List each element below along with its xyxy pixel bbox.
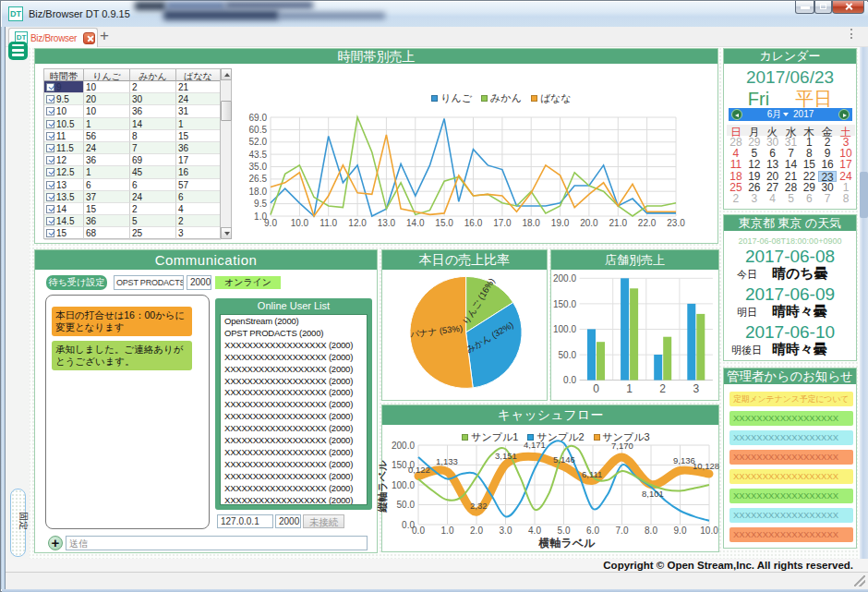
svg-text:3,151: 3,151	[495, 451, 517, 461]
svg-text:8,101: 8,101	[642, 489, 664, 499]
svg-text:4,171: 4,171	[524, 440, 546, 450]
svg-text:2,32: 2,32	[470, 501, 488, 511]
svg-text:5,146: 5,146	[553, 454, 575, 465]
svg-text:7,170: 7,170	[611, 441, 633, 451]
svg-text:6,111: 6,111	[582, 469, 602, 479]
svg-text:1,133: 1,133	[436, 456, 458, 466]
svg-text:10,128: 10,128	[693, 461, 719, 471]
